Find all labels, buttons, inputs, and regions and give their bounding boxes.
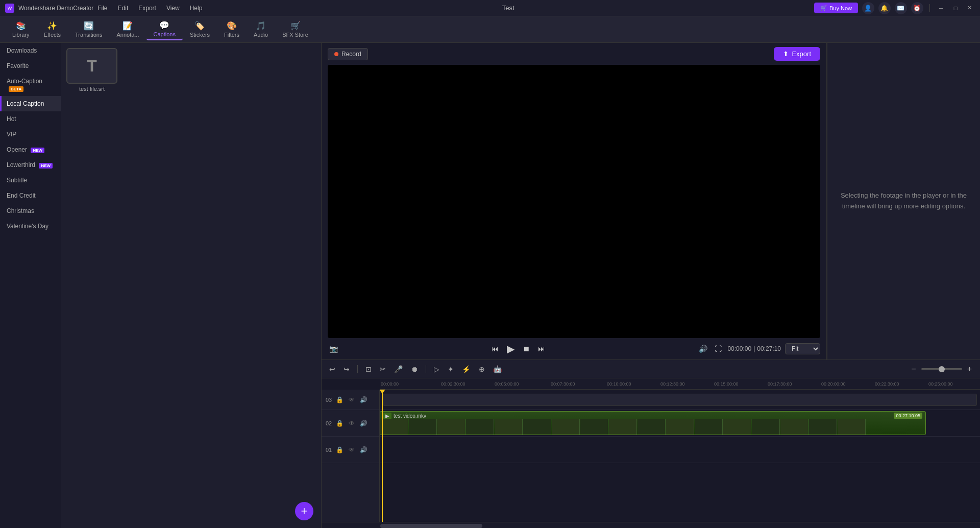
sidebar-item-favorite[interactable]: Favorite	[0, 58, 61, 74]
effects-timeline-button[interactable]: ✦	[445, 364, 456, 374]
ruler-label-5: 00:12:30:00	[660, 381, 685, 387]
track-02-lock[interactable]: 🔒	[335, 419, 345, 428]
time-display: 00:00:00 | 00:27:10	[727, 345, 781, 352]
tool-stickers-label: Stickers	[190, 32, 210, 38]
track-03-lock[interactable]: 🔒	[335, 395, 345, 404]
buy-now-button[interactable]: 🛒 Buy Now	[814, 3, 858, 13]
titlebar-left: W Wondershare DemoCreator File Edit Expo…	[5, 4, 202, 13]
track-03-mute[interactable]: 🔊	[359, 395, 369, 404]
tool-annotations-label: Annota...	[116, 32, 139, 38]
mic-button[interactable]: 🎤	[391, 364, 405, 374]
user-icon[interactable]: 👤	[862, 2, 874, 14]
tool-sfx-store[interactable]: 🛒 SFX Store	[275, 19, 315, 40]
track-01-visibility[interactable]: 👁	[348, 445, 356, 454]
menu-file[interactable]: File	[97, 5, 107, 12]
export-button[interactable]: ⬆ Export	[774, 47, 820, 61]
video-thumb	[552, 419, 580, 435]
zoom-in-button[interactable]: +	[964, 364, 975, 375]
stop-button[interactable]: ⏹	[521, 343, 531, 354]
track-01-lock[interactable]: 🔒	[335, 445, 345, 454]
minimize-button[interactable]: ─	[936, 3, 946, 13]
split-button[interactable]: ✂	[377, 364, 388, 374]
sidebar-item-vip[interactable]: VIP	[0, 127, 61, 142]
file-item[interactable]: T test file.srt	[66, 48, 117, 92]
speed-button[interactable]: ⚡	[459, 364, 473, 374]
tool-library[interactable]: 📚 Library	[5, 19, 37, 40]
filters-icon: 🎨	[227, 21, 237, 31]
redo-button[interactable]: ↪	[341, 364, 352, 374]
track-02-visibility[interactable]: 👁	[348, 419, 356, 428]
beta-badge: BETA	[9, 86, 23, 92]
track-03-clip[interactable]	[383, 394, 977, 406]
close-button[interactable]: ✕	[965, 3, 975, 13]
tool-captions[interactable]: 💬 Captions	[146, 18, 183, 40]
sidebar-item-valentines[interactable]: Valentine's Day	[0, 219, 61, 234]
add-button[interactable]: +	[295, 502, 313, 520]
sidebar-valentines-label: Valentine's Day	[7, 223, 48, 230]
screenshot-button[interactable]: 📷	[328, 343, 339, 354]
titlebar-menu: File Edit Export View Help	[97, 5, 202, 12]
video-duration-badge: 00:27:10:05	[894, 413, 922, 419]
sidebar-lowerthird-label: Lowerthird	[7, 161, 35, 169]
menu-view[interactable]: View	[166, 5, 180, 12]
tool-stickers[interactable]: 🏷️ Stickers	[183, 19, 217, 40]
motion-button[interactable]: ▷	[431, 364, 442, 374]
record-button[interactable]: Record	[328, 48, 368, 60]
sidebar-item-local-caption[interactable]: Local Caption	[0, 96, 61, 111]
fit-select[interactable]: Fit 25% 50% 75% 100%	[785, 343, 820, 354]
ai-button[interactable]: 🤖	[491, 364, 504, 374]
video-thumb	[495, 419, 523, 435]
maximize-button[interactable]: □	[950, 3, 961, 13]
video-clip-02[interactable]: ▶ test video.mkv 00:27:10:05	[380, 411, 926, 435]
zoom-slider[interactable]	[921, 368, 962, 370]
video-thumb	[809, 419, 837, 435]
sidebar-item-lowerthird[interactable]: Lowerthird NEW	[0, 157, 61, 173]
tool-transitions[interactable]: 🔄 Transitions	[68, 19, 109, 40]
alarm-icon[interactable]: ⏰	[911, 2, 923, 14]
mail-icon[interactable]: ✉️	[895, 2, 907, 14]
track-01-id: 01	[326, 447, 332, 453]
volume-button[interactable]: 🔊	[697, 343, 709, 354]
tool-annotations[interactable]: 📝 Annota...	[109, 19, 146, 40]
ruler-label-10: 00:25:00:00	[928, 381, 953, 387]
skip-back-button[interactable]: ⏮	[490, 343, 500, 354]
menu-edit[interactable]: Edit	[118, 5, 129, 12]
preview-area: Record ⬆ Export 📷 ⏮ ▶ ⏹ ⏭	[322, 43, 827, 359]
timeline-scrollbar	[322, 522, 980, 528]
undo-button[interactable]: ↩	[327, 364, 338, 374]
sidebar-item-downloads[interactable]: Downloads	[0, 43, 61, 58]
sidebar-item-end-credit[interactable]: End Credit	[0, 188, 61, 203]
skip-forward-button[interactable]: ⏭	[536, 343, 547, 354]
timeline-scrollbar-thumb[interactable]	[380, 524, 482, 528]
tool-filters[interactable]: 🎨 Filters	[217, 19, 247, 40]
record-timeline-button[interactable]: ⏺	[408, 364, 421, 374]
fullscreen-button[interactable]: ⛶	[713, 343, 723, 354]
sidebar-item-opener[interactable]: Opener NEW	[0, 142, 61, 157]
track-03-visibility[interactable]: 👁	[348, 395, 356, 404]
tool-audio[interactable]: 🎵 Audio	[247, 19, 275, 40]
zoom-out-button[interactable]: −	[908, 364, 919, 375]
sidebar-item-subtitle[interactable]: Subtitle	[0, 173, 61, 188]
sidebar-item-christmas[interactable]: Christmas	[0, 203, 61, 219]
export-icon: ⬆	[783, 50, 789, 58]
menu-help[interactable]: Help	[190, 5, 203, 12]
time-separator: |	[753, 345, 755, 352]
track-row-01[interactable]	[380, 437, 980, 463]
track-02-mute[interactable]: 🔊	[359, 419, 369, 428]
play-button[interactable]: ▶	[505, 341, 516, 356]
video-thumb	[638, 419, 666, 435]
export-label: Export	[792, 50, 811, 58]
track-row-02[interactable]: ▶ test video.mkv 00:27:10:05	[380, 410, 980, 437]
sidebar-item-auto-caption[interactable]: Auto-Caption BETA	[0, 74, 61, 96]
plus-icon: +	[301, 505, 308, 518]
ruler-label-0: 00:00:00	[381, 381, 399, 387]
ruler-label-2: 00:05:00:00	[495, 381, 519, 387]
transition-add-button[interactable]: ⊕	[476, 364, 487, 374]
menu-export[interactable]: Export	[138, 5, 156, 12]
track-01-mute[interactable]: 🔊	[359, 445, 369, 454]
sidebar-item-hot[interactable]: Hot	[0, 111, 61, 127]
crop-button[interactable]: ⊡	[363, 364, 374, 374]
tool-effects[interactable]: ✨ Effects	[37, 19, 68, 40]
notification-icon[interactable]: 🔔	[878, 2, 891, 14]
tool-transitions-label: Transitions	[75, 32, 102, 38]
